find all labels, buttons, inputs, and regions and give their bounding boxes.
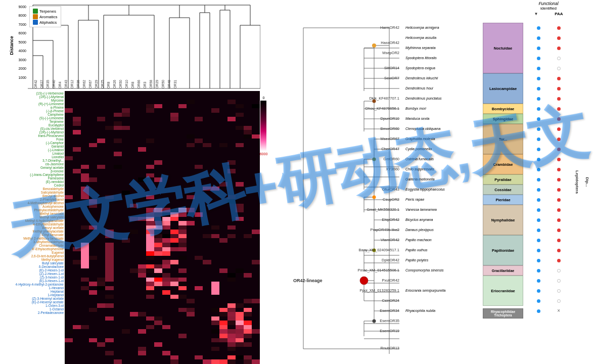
dot-row-24 [526,265,571,276]
functional-header: Functional identified ▼ PAA [526,1,571,16]
family-crambidae: Crambidae [483,154,523,174]
row-label-7: (S)-(-)-Limonene [0,116,64,120]
dot-row-9 [526,114,571,124]
taxon-harmor42: HarmOR42 [380,25,399,30]
dot-red-8 [557,107,561,111]
dot-row-4 [526,63,571,73]
row-label-41: Methyl 2-methoxy benzoate [0,237,64,240]
taxon-ehipor42: EhipOR42 [382,217,399,222]
row-label-12: trans-Pinocarveol [0,134,64,138]
left-panel: Distance 9000 8000 7000 6000 5000 4000 3… [0,0,263,364]
row-label-15: Geraniol [0,145,64,148]
dots-rows: × [526,23,571,316]
dot-row-13 [526,154,571,164]
dot-red-21 [557,239,561,242]
row-label-40: Ethyl benzoate [0,233,64,237]
taxon-ppol: Ppol_XM_013283259.1 [360,288,399,293]
row-label-20: cis-Jasmone [0,162,64,166]
row-label-39: Methyl phenylacetate [0,230,64,233]
row-label-8: Terpinene [0,120,64,123]
dot-blue-24 [537,269,540,272]
family-blocks-column: Noctuidae Lasiocampidae Bombycidae Sphin… [483,0,526,364]
row-label-25: (E)-nerolidol [0,180,64,184]
species-16: Eogystia hippophaecolus [405,185,483,195]
species-7: Dendrolimus punctatus [405,94,483,104]
dot-blue-0 [537,26,540,30]
top-dendrogram: OR42 OR27 OR35 OR40 OR4 OR43 OR12 OR36 O… [28,0,260,91]
row-label-18: Lionellol [0,155,64,159]
dot-red-14 [557,168,561,171]
species-0: Helicoverpa armigera [405,23,483,33]
dot-blue-5 [537,77,540,80]
dot-red-22 [557,249,561,252]
taxon-prapor49b: PrapOR49b-like2 [370,228,399,232]
diptera-label: Dip... [585,177,589,187]
dot-red-0 [557,26,561,30]
dot-red-27 [557,299,561,303]
row-label-10: (S)-cis-Verbenol [0,127,64,130]
row-label-56: Heptanal [0,290,64,293]
dot-red-20 [557,229,561,232]
family-noctuidae: Noctuidae [483,23,523,73]
node-noctuidae [372,43,376,48]
dot-blue-22 [537,249,540,252]
family-nymphalidae: Nymphalidae [483,205,523,235]
family-cossidae: Cossidae [483,185,523,195]
dot-red-12 [557,148,561,151]
dot-blue-6 [537,87,540,90]
row-label-53: (E)-3-Hexen-1-ol [0,279,64,283]
species-20: Danaus plexippus [405,225,483,235]
species-24: Conopomorpha sinensis [405,265,483,276]
row-label-59: (E)-2-Hexenyl acetate [0,300,64,304]
dot-row-14 [526,164,571,174]
col-label-or50b: OR50 [161,80,165,88]
dot-blue-19 [537,218,540,222]
species-13: Ostrinia furnacalis [405,154,483,164]
dot-blue-14 [537,168,540,171]
dot-blue-18 [537,208,540,212]
taxon-xy3660: XY3660 [386,167,399,171]
row-label-50: (E)-2-Hexen-1-ol [0,268,64,272]
legend-terpenes: Terpenes [33,9,58,14]
dot-blue-4 [537,67,540,70]
row-label-21: Geranyl acetate [0,166,64,169]
dot-row-8 [526,104,571,114]
col-label-or26: OR26 [113,80,116,88]
dot-row-2 [526,43,571,53]
family-sphingidae: Sphingidae [483,114,523,124]
dot-red-6 [557,87,561,90]
tick-9000: 9000 [18,5,26,9]
row-label-47: Methyl eugenol [0,258,64,261]
col-label-or48: OR48 [167,80,171,88]
taxon-gmor60: GmOR60 [383,157,399,161]
taxon-ofuror43: OfurOR43 [382,187,399,192]
row-label-49: δ-Decanolactone [0,265,64,268]
species-1: Helicoverpa assulta [405,33,483,43]
dot-red-1 [557,36,561,40]
tick-8000: 8000 [18,14,26,17]
species-21: Papilio machaon [405,235,483,245]
row-label-14: (-)-Camphor [0,141,64,145]
dot-red-10 [557,127,561,131]
legend-label-terpenes: Terpenes [39,9,56,14]
family-lasiocampidae: Lasiocampidae [483,73,523,104]
functional-title: Functional [526,1,571,6]
family-tortricidae: Tor... [483,124,523,154]
col-label-or4: OR4 [58,81,62,88]
row-label-58: (Z)-3-Hexenyl acetate [0,297,64,300]
legend-color-aromatics [33,14,38,19]
legend-aliphatics: Aliphatics [33,20,58,25]
dot-row-16 [526,185,571,195]
species-9: Manduca sexta [405,114,483,124]
species-6: Dendrolimus houi [405,83,483,94]
dot-red-26 [557,289,561,293]
species-26: Eriocrania semipurpurella [405,286,483,296]
dot-red-17 [557,198,561,202]
dot-row-15 [526,174,571,185]
taxon-slitor14: SlitOR14 [384,66,399,70]
row-label-46: 2,6-Di-tert-butylphenol [0,254,64,258]
dot-blue-12 [537,148,540,151]
dot-blue-27 [537,299,540,303]
col-label-or66: OR66 [137,80,141,88]
row-label-52: (Z)-3-hexen-1-ol [0,276,64,279]
